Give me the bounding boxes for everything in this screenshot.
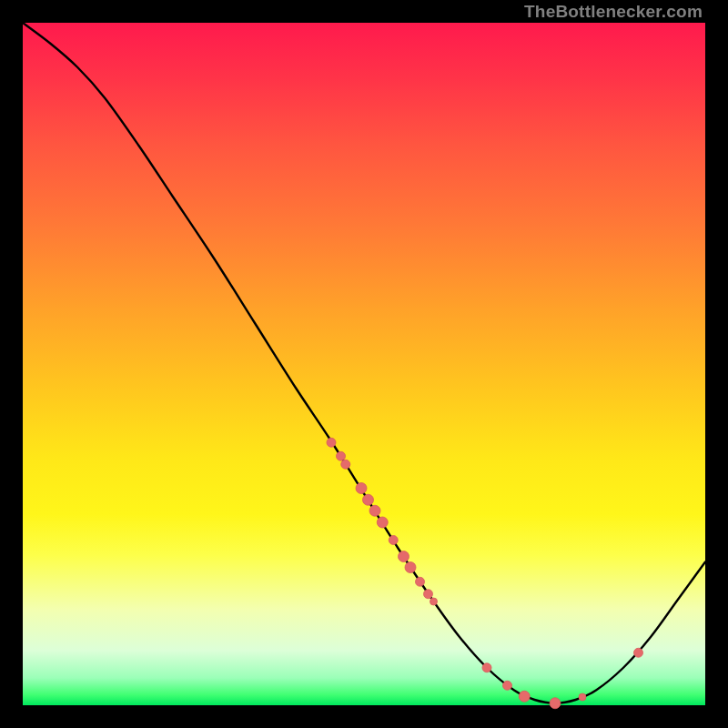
data-marker	[430, 598, 438, 605]
curve-markers	[327, 438, 643, 709]
data-marker	[327, 438, 336, 447]
attribution-label: TheBottlenecker.com	[524, 2, 703, 22]
data-marker	[519, 691, 530, 702]
chart-svg	[23, 23, 705, 705]
data-marker	[550, 698, 561, 709]
data-marker	[356, 483, 367, 494]
data-marker	[399, 551, 410, 562]
data-marker	[389, 536, 398, 545]
data-marker	[363, 494, 374, 505]
data-marker	[424, 590, 433, 599]
data-marker	[416, 577, 425, 586]
plot-area	[23, 23, 705, 705]
data-marker	[579, 693, 586, 701]
data-marker	[341, 460, 350, 469]
data-marker	[337, 451, 346, 460]
data-marker	[369, 505, 380, 516]
bottleneck-curve	[23, 23, 705, 703]
chart-frame: TheBottlenecker.com	[0, 0, 728, 728]
data-marker	[482, 663, 491, 672]
data-marker	[503, 681, 512, 690]
data-marker	[405, 562, 416, 573]
data-marker	[377, 517, 388, 528]
data-marker	[634, 648, 643, 657]
